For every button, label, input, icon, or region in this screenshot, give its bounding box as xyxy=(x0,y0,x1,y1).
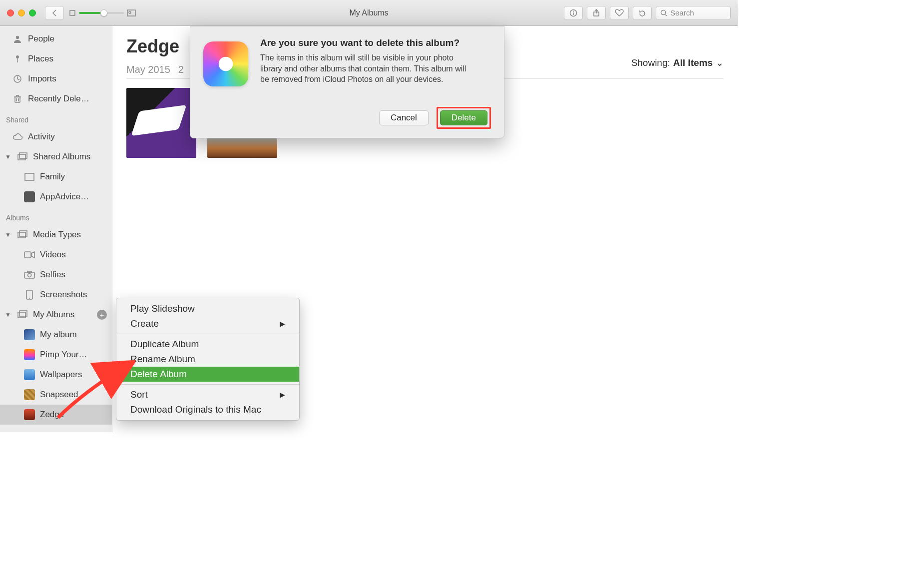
sidebar-item-people[interactable]: People xyxy=(0,29,112,49)
device-icon xyxy=(24,289,35,300)
disclosure-triangle-icon[interactable]: ▼ xyxy=(5,311,11,318)
close-window-button[interactable] xyxy=(7,9,14,16)
ctx-rename-album[interactable]: Rename Album xyxy=(116,352,299,367)
sidebar-item-imports[interactable]: Imports xyxy=(0,69,112,89)
chevron-down-icon: ⌄ xyxy=(716,57,724,68)
add-album-button[interactable]: + xyxy=(97,310,107,320)
sidebar-item-zedge[interactable]: Zedge xyxy=(0,405,112,425)
ctx-label: Duplicate Album xyxy=(130,339,199,350)
rotate-button[interactable] xyxy=(633,6,652,20)
annotation-highlight: Delete xyxy=(437,107,491,129)
sidebar-label: Zedge xyxy=(40,410,64,420)
ctx-label: Rename Album xyxy=(130,354,195,365)
sidebar-label: Family xyxy=(40,172,65,182)
album-thumb-icon xyxy=(24,191,35,202)
sidebar-label: Screenshots xyxy=(40,290,87,300)
sidebar-label: My Albums xyxy=(33,310,74,320)
context-menu: Play Slideshow Create▶ Duplicate Album R… xyxy=(116,298,300,421)
video-icon xyxy=(24,249,35,260)
search-field[interactable]: Search xyxy=(656,6,731,20)
sidebar-label: Places xyxy=(28,54,53,64)
favorite-button[interactable] xyxy=(610,6,629,20)
ctx-sort[interactable]: Sort▶ xyxy=(116,387,299,402)
sidebar-item-activity[interactable]: Activity xyxy=(0,127,112,147)
sidebar-label: People xyxy=(28,34,54,44)
sidebar-label: Snapseed xyxy=(40,390,78,400)
showing-label: Showing: xyxy=(631,57,670,68)
svg-rect-0 xyxy=(70,10,75,15)
albums-icon xyxy=(17,229,28,240)
ctx-delete-album[interactable]: Delete Album xyxy=(116,367,299,382)
sidebar-item-shared-albums[interactable]: ▼ Shared Albums xyxy=(0,147,112,167)
sidebar-section-shared: Shared xyxy=(0,109,112,127)
trash-icon xyxy=(12,93,23,104)
sidebar-label: Wallpapers xyxy=(40,370,82,380)
sidebar-item-videos[interactable]: Videos xyxy=(0,245,112,265)
album-thumb-icon xyxy=(24,389,35,400)
sidebar-item-pimp-your[interactable]: Pimp Your… xyxy=(0,345,112,365)
dialog-title: Are you sure you want to delete this alb… xyxy=(260,37,475,48)
ctx-separator xyxy=(116,384,299,385)
sidebar-label: Media Types xyxy=(33,230,81,240)
ctx-create[interactable]: Create▶ xyxy=(116,316,299,331)
sidebar-item-wallpapers[interactable]: Wallpapers xyxy=(0,365,112,385)
ctx-separator xyxy=(116,334,299,334)
albums-icon xyxy=(17,309,28,320)
album-thumb-icon xyxy=(24,329,35,340)
album-thumb-icon xyxy=(24,409,35,420)
thumbnail-size-slider[interactable] xyxy=(69,9,136,16)
svg-point-8 xyxy=(661,10,666,14)
sidebar-item-appadvice[interactable]: AppAdvice… xyxy=(0,187,112,207)
albums-icon xyxy=(17,151,28,162)
slider-track[interactable] xyxy=(79,12,124,14)
svg-rect-24 xyxy=(24,252,31,258)
sidebar-item-screenshots[interactable]: Screenshots xyxy=(0,285,112,305)
cancel-button[interactable]: Cancel xyxy=(379,110,429,125)
disclosure-triangle-icon[interactable]: ▼ xyxy=(5,231,11,238)
ctx-duplicate-album[interactable]: Duplicate Album xyxy=(116,337,299,352)
minimize-window-button[interactable] xyxy=(18,9,25,16)
sidebar-label: Recently Dele… xyxy=(28,94,89,104)
sidebar-item-recently-deleted[interactable]: Recently Dele… xyxy=(0,89,112,109)
sidebar-label: Selfies xyxy=(40,270,65,280)
ctx-label: Create xyxy=(130,318,159,329)
zoom-window-button[interactable] xyxy=(29,9,36,16)
info-button[interactable] xyxy=(564,6,583,20)
sidebar-item-my-album[interactable]: My album xyxy=(0,325,112,345)
ctx-label: Play Slideshow xyxy=(130,303,195,314)
thumb-large-icon xyxy=(127,9,136,16)
photo-thumbnail[interactable] xyxy=(126,88,196,158)
camera-icon xyxy=(24,269,35,280)
sidebar-item-family[interactable]: Family xyxy=(0,167,112,187)
back-button[interactable] xyxy=(45,6,64,20)
sidebar-item-my-albums[interactable]: ▼ My Albums + xyxy=(0,305,112,325)
showing-filter[interactable]: Showing: All Items ⌄ xyxy=(631,57,724,68)
sidebar-label: AppAdvice… xyxy=(40,192,89,202)
confirm-delete-dialog: Are you sure you want to delete this alb… xyxy=(190,26,504,138)
svg-line-9 xyxy=(665,14,667,16)
window-controls xyxy=(7,9,36,16)
sidebar-label: Activity xyxy=(28,132,55,142)
svg-point-27 xyxy=(28,274,31,277)
svg-rect-21 xyxy=(25,173,34,180)
people-icon xyxy=(12,33,23,44)
ctx-download-originals[interactable]: Download Originals to this Mac xyxy=(116,402,299,417)
sidebar-label: Pimp Your… xyxy=(40,350,87,360)
share-button[interactable] xyxy=(587,6,606,20)
svg-point-10 xyxy=(16,36,19,39)
sidebar-item-media-types[interactable]: ▼ Media Types xyxy=(0,225,112,245)
album-thumb-icon xyxy=(24,349,35,360)
sidebar: People Places Imports Recently Dele… Sha… xyxy=(0,26,112,432)
sidebar-item-places[interactable]: Places xyxy=(0,49,112,69)
ctx-play-slideshow[interactable]: Play Slideshow xyxy=(116,301,299,316)
delete-button[interactable]: Delete xyxy=(440,110,487,125)
titlebar: My Albums Search xyxy=(0,0,738,26)
svg-rect-18 xyxy=(16,95,18,97)
search-placeholder: Search xyxy=(670,8,694,17)
sidebar-item-snapseed[interactable]: Snapseed xyxy=(0,385,112,405)
album-count: 2 xyxy=(178,64,184,75)
photos-app-icon xyxy=(203,41,248,86)
svg-rect-14 xyxy=(15,97,20,102)
disclosure-triangle-icon[interactable]: ▼ xyxy=(5,153,11,160)
sidebar-item-selfies[interactable]: Selfies xyxy=(0,265,112,285)
